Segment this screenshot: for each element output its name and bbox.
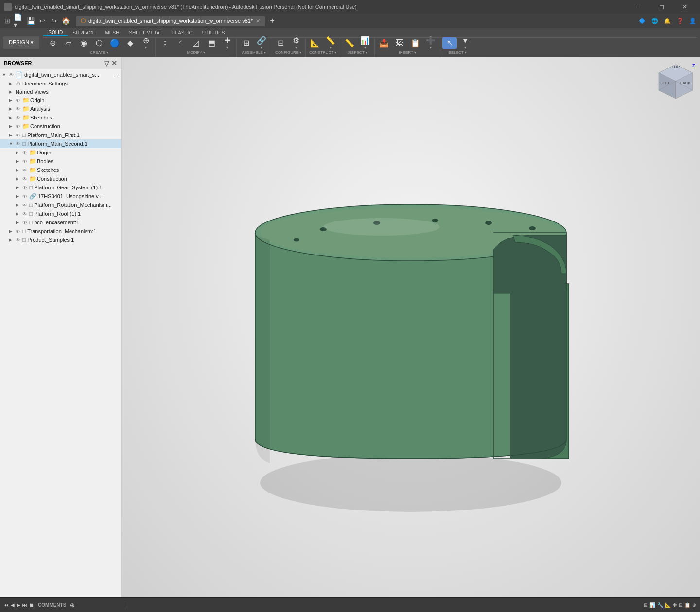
status-icon4[interactable]: 📐 [665,602,671,608]
create-more-button[interactable]: ⊕ [139,35,153,51]
help-icon[interactable]: ❓ [675,16,685,26]
new-tab-button[interactable]: + [267,16,278,26]
modify-more-button[interactable]: ✚ [220,35,234,51]
tree-item-construction1[interactable]: ▶ 👁 📁 Construction [0,122,121,131]
tree-item-gear-system[interactable]: ▶ 👁 □ Platform_Gear_System (1):1 [0,183,121,192]
tree-item-transport-mech[interactable]: ▶ 👁 □ Transportation_Mechanism:1 [0,227,121,236]
play-button[interactable]: ▶ [17,602,20,608]
status-icon8[interactable]: ⊕ [692,602,696,608]
create-form-button[interactable]: ◉ [76,37,91,49]
insert-mcmaster-button[interactable]: 📥 [377,37,391,49]
visibility-icon[interactable]: 👁 [22,220,29,225]
canvas-area[interactable]: BACK LEFT TOP Z [122,57,700,597]
select-more-button[interactable]: ▾ [458,35,472,51]
tab-close-icon[interactable]: ✕ [256,18,260,24]
tree-item-sketches2[interactable]: ▶ 👁 📁 Sketches [0,166,121,174]
tree-item-origin2[interactable]: ▶ 👁 📁 Origin [0,148,121,157]
visibility-icon[interactable]: 👁 [16,229,22,234]
visibility-icon[interactable]: 👁 [9,72,16,78]
tree-item-sketches1[interactable]: ▶ 👁 📁 Sketches [0,113,121,122]
select-button[interactable]: ↖ [442,37,457,49]
close-button[interactable]: ✕ [674,0,696,14]
insert-dxf-button[interactable]: 📋 [408,37,422,49]
tree-item-platform-main-second[interactable]: ▼ 👁 □ Platform_Main_Second:1 [0,139,121,148]
visibility-icon[interactable]: 👁 [22,203,29,208]
status-icon5[interactable]: ✚ [673,602,677,608]
viewport[interactable]: BACK LEFT TOP Z ⊕ ✋ 🤚 🔍 ⊡ ⬛ ⊞ ⊟ [122,57,700,597]
assemble-more-button[interactable]: 🔗 [254,35,269,51]
insert-more-button[interactable]: ➕ [423,35,438,51]
tree-item-platform-roof[interactable]: ▶ 👁 □ Platform_Roof (1):1 [0,209,121,218]
configure-btn1[interactable]: ⊟ [273,37,288,49]
tree-item-17hs[interactable]: ▶ 👁 🔗 17HS3401_Usongshine v... [0,192,121,201]
first-frame-button[interactable]: ⏮ [4,602,9,608]
status-icon3[interactable]: 🔧 [657,602,663,608]
save-button[interactable]: 💾 [25,16,36,26]
visibility-icon[interactable]: 👁 [22,176,29,182]
chamfer-button[interactable]: ◿ [189,37,203,49]
last-frame-button[interactable]: ⏹ [29,602,34,608]
construct-more-button[interactable]: 📏 [323,35,338,51]
visibility-icon[interactable]: 👁 [16,238,22,243]
visibility-icon[interactable]: 👁 [22,211,29,217]
create-extrude-button[interactable]: ⬡ [92,37,106,49]
visibility-icon[interactable]: 👁 [22,159,29,164]
tree-item-pcb-encasement[interactable]: ▶ 👁 □ pcb_encasement:1 [0,218,121,227]
undo-button[interactable]: ↩ [37,16,48,26]
status-icon6[interactable]: ⊟ [679,602,682,608]
item-more-icon[interactable]: ⋯ [114,72,119,78]
inspect-more-button[interactable]: 📊 [358,35,372,51]
tree-item-rotation-mech[interactable]: ▶ 👁 □ Platform_Rotation_Mechanism... [0,201,121,209]
tree-item-product-samples[interactable]: ▶ 👁 □ Product_Samples:1 [0,236,121,244]
create-new-component-button[interactable]: ⊕ [45,37,60,49]
tree-item-origin1[interactable]: ▶ 👁 📁 Origin [0,96,121,104]
joint-button[interactable]: ⊞ [239,37,253,49]
visibility-icon[interactable]: 👁 [22,168,29,173]
prev-frame-button[interactable]: ◀ [11,602,15,608]
maximize-button[interactable]: ◻ [650,0,673,14]
measure-button[interactable]: 📏 [342,37,357,49]
insert-svg-button[interactable]: 🖼 [392,37,407,48]
file-menu[interactable]: 📄▾ [14,16,24,26]
shell-button[interactable]: ⬒ [204,37,219,49]
tree-item-root[interactable]: ▼ 👁 📄 digital_twin_enabled_smart_s... ⋯ [0,70,121,79]
status-icon1[interactable]: ⊞ [644,602,648,608]
create-sketch-button[interactable]: ▱ [61,37,75,49]
visibility-icon[interactable]: 👁 [22,150,29,155]
browser-close-icon[interactable]: ✕ [111,59,117,67]
design-workspace-button[interactable]: DESIGN ▾ [3,36,39,49]
minimize-button[interactable]: ─ [627,0,649,14]
navigation-cube[interactable]: BACK LEFT TOP Z [656,62,695,101]
visibility-icon[interactable]: 👁 [16,133,22,138]
grid-menu-icon[interactable]: ⊞ [2,16,13,26]
configure-btn2[interactable]: ⚙ [289,35,303,51]
online-icon[interactable]: 🌐 [649,16,660,26]
visibility-icon[interactable]: 👁 [16,115,22,120]
tree-item-bodies[interactable]: ▶ 👁 📁 Bodies [0,157,121,166]
create-revolve-button[interactable]: 🔵 [107,37,122,49]
create-sweep-button[interactable]: ◆ [123,37,138,49]
visibility-icon[interactable]: 👁 [16,124,22,129]
status-icon7[interactable]: 📋 [684,602,690,608]
redo-button[interactable]: ↪ [49,16,59,26]
visibility-icon[interactable]: 👁 [16,106,22,112]
comments-expand-icon[interactable]: ⊕ [70,602,75,609]
visibility-icon[interactable]: 👁 [16,141,22,147]
construct-plane-button[interactable]: 📐 [308,37,322,49]
tree-item-named-views[interactable]: ▶ Named Views [0,88,121,96]
browser-expand-icon[interactable]: ▽ [104,59,109,67]
status-icon2[interactable]: 📊 [649,602,655,608]
tree-item-platform-main-first[interactable]: ▶ 👁 □ Platform_Main_First:1 [0,131,121,139]
main-tab[interactable]: ⬡ digital_twin_enabled_smart_shipping_wo… [76,16,265,26]
home-button[interactable]: 🏠 [60,16,71,26]
tree-item-analysis[interactable]: ▶ 👁 📁 Analysis [0,104,121,113]
press-pull-button[interactable]: ↕ [158,37,172,48]
updates-icon[interactable]: 🔔 [662,16,673,26]
user-icon[interactable]: 👤 [687,16,698,26]
extensions-icon[interactable]: 🔷 [637,16,648,26]
next-frame-button[interactable]: ⏭ [22,602,27,608]
visibility-icon[interactable]: 👁 [22,185,29,190]
tree-item-doc-settings[interactable]: ▶ ⚙ Document Settings [0,79,121,88]
visibility-icon[interactable]: 👁 [22,194,29,199]
tree-item-construction2[interactable]: ▶ 👁 📁 Construction [0,174,121,183]
